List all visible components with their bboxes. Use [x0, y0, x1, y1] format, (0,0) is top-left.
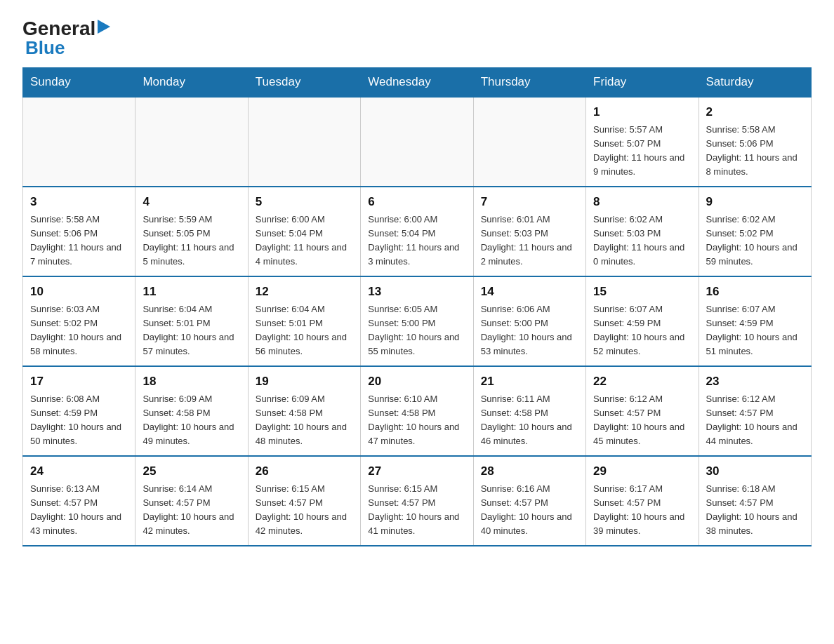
logo-general: General [22, 18, 95, 40]
logo-blue: Blue [25, 37, 65, 59]
day-number: 27 [368, 462, 465, 481]
calendar-cell: 16Sunrise: 6:07 AMSunset: 4:59 PMDayligh… [699, 276, 811, 366]
day-number: 8 [593, 193, 691, 211]
calendar-week-5: 24Sunrise: 6:13 AMSunset: 4:57 PMDayligh… [23, 456, 812, 546]
day-number: 29 [593, 462, 691, 481]
calendar-cell: 22Sunrise: 6:12 AMSunset: 4:57 PMDayligh… [586, 366, 699, 456]
day-number: 19 [256, 373, 353, 391]
day-number: 12 [256, 283, 353, 301]
day-info: Sunrise: 6:07 AMSunset: 4:59 PMDaylight:… [593, 302, 691, 359]
logo: General Blue [22, 17, 110, 59]
day-info: Sunrise: 6:18 AMSunset: 4:57 PMDaylight:… [706, 482, 804, 539]
calendar-week-1: 1Sunrise: 5:57 AMSunset: 5:07 PMDaylight… [23, 97, 812, 187]
day-number: 22 [593, 373, 691, 391]
calendar-cell: 8Sunrise: 6:02 AMSunset: 5:03 PMDaylight… [586, 187, 699, 276]
day-info: Sunrise: 6:11 AMSunset: 4:58 PMDaylight:… [481, 392, 578, 449]
calendar-week-4: 17Sunrise: 6:08 AMSunset: 4:59 PMDayligh… [23, 366, 812, 456]
day-number: 14 [481, 283, 578, 301]
calendar-cell: 18Sunrise: 6:09 AMSunset: 4:58 PMDayligh… [135, 366, 248, 456]
calendar-cell: 7Sunrise: 6:01 AMSunset: 5:03 PMDaylight… [473, 187, 585, 276]
day-info: Sunrise: 6:04 AMSunset: 5:01 PMDaylight:… [256, 302, 353, 359]
column-header-wednesday: Wednesday [361, 68, 473, 98]
calendar-cell [473, 97, 585, 187]
day-number: 3 [30, 193, 128, 211]
day-number: 7 [481, 193, 578, 211]
day-info: Sunrise: 6:00 AMSunset: 5:04 PMDaylight:… [256, 213, 353, 269]
day-info: Sunrise: 6:17 AMSunset: 4:57 PMDaylight:… [593, 482, 691, 539]
calendar-cell: 6Sunrise: 6:00 AMSunset: 5:04 PMDaylight… [361, 187, 473, 276]
calendar-cell: 23Sunrise: 6:12 AMSunset: 4:57 PMDayligh… [699, 366, 811, 456]
calendar-week-3: 10Sunrise: 6:03 AMSunset: 5:02 PMDayligh… [23, 276, 812, 366]
day-number: 21 [481, 373, 578, 391]
day-number: 6 [368, 193, 465, 211]
column-header-friday: Friday [586, 68, 699, 98]
header: General Blue [22, 17, 812, 59]
day-number: 5 [256, 193, 353, 211]
column-header-thursday: Thursday [473, 68, 585, 98]
day-info: Sunrise: 5:58 AMSunset: 5:06 PMDaylight:… [706, 123, 804, 180]
day-info: Sunrise: 6:00 AMSunset: 5:04 PMDaylight:… [368, 213, 465, 269]
day-info: Sunrise: 5:59 AMSunset: 5:05 PMDaylight:… [143, 213, 240, 269]
day-info: Sunrise: 6:10 AMSunset: 4:58 PMDaylight:… [368, 392, 465, 449]
calendar-week-2: 3Sunrise: 5:58 AMSunset: 5:06 PMDaylight… [23, 187, 812, 276]
day-info: Sunrise: 5:57 AMSunset: 5:07 PMDaylight:… [593, 123, 691, 180]
day-number: 24 [30, 462, 128, 481]
day-info: Sunrise: 6:15 AMSunset: 4:57 PMDaylight:… [256, 482, 353, 539]
day-number: 20 [368, 373, 465, 391]
day-number: 23 [706, 373, 804, 391]
logo-triangle-icon [98, 17, 110, 39]
column-header-tuesday: Tuesday [248, 68, 360, 98]
day-info: Sunrise: 6:12 AMSunset: 4:57 PMDaylight:… [706, 392, 804, 449]
day-number: 30 [706, 462, 804, 481]
calendar-cell: 24Sunrise: 6:13 AMSunset: 4:57 PMDayligh… [23, 456, 135, 546]
calendar-header-row: SundayMondayTuesdayWednesdayThursdayFrid… [23, 68, 812, 98]
calendar-cell: 17Sunrise: 6:08 AMSunset: 4:59 PMDayligh… [23, 366, 135, 456]
calendar-cell: 21Sunrise: 6:11 AMSunset: 4:58 PMDayligh… [473, 366, 585, 456]
day-info: Sunrise: 6:04 AMSunset: 5:01 PMDaylight:… [143, 302, 240, 359]
day-info: Sunrise: 6:07 AMSunset: 4:59 PMDaylight:… [706, 302, 804, 359]
day-info: Sunrise: 6:09 AMSunset: 4:58 PMDaylight:… [256, 392, 353, 449]
calendar-cell: 1Sunrise: 5:57 AMSunset: 5:07 PMDaylight… [586, 97, 699, 187]
calendar-cell: 27Sunrise: 6:15 AMSunset: 4:57 PMDayligh… [361, 456, 473, 546]
day-number: 10 [30, 283, 128, 301]
day-info: Sunrise: 6:02 AMSunset: 5:03 PMDaylight:… [593, 213, 691, 269]
day-info: Sunrise: 6:09 AMSunset: 4:58 PMDaylight:… [143, 392, 240, 449]
column-header-sunday: Sunday [23, 68, 135, 98]
calendar-table: SundayMondayTuesdayWednesdayThursdayFrid… [22, 67, 812, 546]
day-number: 28 [481, 462, 578, 481]
column-header-saturday: Saturday [699, 68, 811, 98]
calendar-cell: 15Sunrise: 6:07 AMSunset: 4:59 PMDayligh… [586, 276, 699, 366]
calendar-cell [248, 97, 360, 187]
calendar-cell: 5Sunrise: 6:00 AMSunset: 5:04 PMDaylight… [248, 187, 360, 276]
day-info: Sunrise: 6:02 AMSunset: 5:02 PMDaylight:… [706, 213, 804, 269]
calendar-cell: 14Sunrise: 6:06 AMSunset: 5:00 PMDayligh… [473, 276, 585, 366]
day-info: Sunrise: 6:01 AMSunset: 5:03 PMDaylight:… [481, 213, 578, 269]
day-info: Sunrise: 6:16 AMSunset: 4:57 PMDaylight:… [481, 482, 578, 539]
calendar-cell: 28Sunrise: 6:16 AMSunset: 4:57 PMDayligh… [473, 456, 585, 546]
calendar-cell [23, 97, 135, 187]
day-info: Sunrise: 6:08 AMSunset: 4:59 PMDaylight:… [30, 392, 128, 449]
calendar-cell: 4Sunrise: 5:59 AMSunset: 5:05 PMDaylight… [135, 187, 248, 276]
day-number: 26 [256, 462, 353, 481]
day-info: Sunrise: 6:15 AMSunset: 4:57 PMDaylight:… [368, 482, 465, 539]
day-number: 2 [706, 103, 804, 121]
day-info: Sunrise: 6:13 AMSunset: 4:57 PMDaylight:… [30, 482, 128, 539]
calendar-cell: 20Sunrise: 6:10 AMSunset: 4:58 PMDayligh… [361, 366, 473, 456]
day-number: 16 [706, 283, 804, 301]
day-info: Sunrise: 6:03 AMSunset: 5:02 PMDaylight:… [30, 302, 128, 359]
calendar-cell: 30Sunrise: 6:18 AMSunset: 4:57 PMDayligh… [699, 456, 811, 546]
calendar-cell: 11Sunrise: 6:04 AMSunset: 5:01 PMDayligh… [135, 276, 248, 366]
day-number: 13 [368, 283, 465, 301]
calendar-cell: 29Sunrise: 6:17 AMSunset: 4:57 PMDayligh… [586, 456, 699, 546]
day-number: 9 [706, 193, 804, 211]
day-info: Sunrise: 6:14 AMSunset: 4:57 PMDaylight:… [143, 482, 240, 539]
day-number: 15 [593, 283, 691, 301]
calendar-cell [361, 97, 473, 187]
svg-marker-0 [98, 20, 110, 34]
day-info: Sunrise: 6:12 AMSunset: 4:57 PMDaylight:… [593, 392, 691, 449]
day-number: 25 [143, 462, 240, 481]
day-number: 11 [143, 283, 240, 301]
day-number: 4 [143, 193, 240, 211]
day-number: 17 [30, 373, 128, 391]
day-info: Sunrise: 5:58 AMSunset: 5:06 PMDaylight:… [30, 213, 128, 269]
